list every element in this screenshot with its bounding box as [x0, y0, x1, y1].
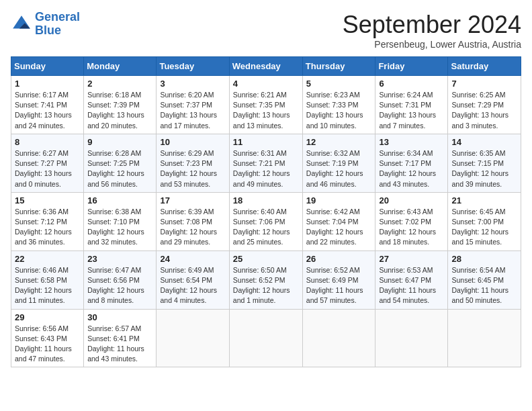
location-subtitle: Persenbeug, Lower Austria, Austria [343, 39, 521, 50]
day-info: Sunrise: 6:28 AM Sunset: 7:25 PM Dayligh… [87, 148, 152, 189]
day-number: 3 [160, 79, 225, 89]
day-number: 17 [160, 195, 225, 205]
day-number: 23 [87, 254, 152, 264]
calendar-cell: 1 Sunrise: 6:17 AM Sunset: 7:41 PM Dayli… [11, 76, 84, 134]
calendar-cell [229, 309, 302, 367]
day-info: Sunrise: 6:25 AM Sunset: 7:29 PM Dayligh… [451, 90, 517, 131]
day-number: 1 [15, 79, 80, 89]
day-number: 25 [233, 254, 299, 264]
calendar-cell: 28 Sunrise: 6:54 AM Sunset: 6:45 PM Dayl… [448, 250, 521, 309]
day-info: Sunrise: 6:42 AM Sunset: 7:04 PM Dayligh… [306, 207, 372, 248]
day-header: Thursday [302, 57, 375, 76]
day-info: Sunrise: 6:17 AM Sunset: 7:41 PM Dayligh… [15, 90, 80, 131]
day-number: 26 [306, 254, 372, 264]
calendar-cell: 11 Sunrise: 6:31 AM Sunset: 7:21 PM Dayl… [229, 134, 302, 192]
calendar-cell: 5 Sunrise: 6:23 AM Sunset: 7:33 PM Dayli… [302, 76, 375, 134]
day-info: Sunrise: 6:27 AM Sunset: 7:27 PM Dayligh… [15, 148, 80, 189]
day-number: 24 [160, 254, 225, 264]
day-info: Sunrise: 6:38 AM Sunset: 7:10 PM Dayligh… [87, 207, 152, 248]
day-number: 21 [451, 195, 517, 205]
day-number: 22 [15, 254, 80, 264]
calendar-cell [375, 309, 448, 367]
day-info: Sunrise: 6:53 AM Sunset: 6:47 PM Dayligh… [379, 265, 444, 306]
day-number: 12 [306, 137, 372, 147]
logo-icon [11, 13, 32, 35]
calendar-cell: 6 Sunrise: 6:24 AM Sunset: 7:31 PM Dayli… [375, 76, 448, 134]
day-info: Sunrise: 6:23 AM Sunset: 7:33 PM Dayligh… [306, 90, 372, 131]
day-info: Sunrise: 6:35 AM Sunset: 7:15 PM Dayligh… [451, 148, 517, 189]
calendar-cell: 20 Sunrise: 6:43 AM Sunset: 7:02 PM Dayl… [375, 192, 448, 250]
calendar-cell: 19 Sunrise: 6:42 AM Sunset: 7:04 PM Dayl… [302, 192, 375, 250]
calendar-cell [302, 309, 375, 367]
day-info: Sunrise: 6:24 AM Sunset: 7:31 PM Dayligh… [379, 90, 444, 131]
day-number: 16 [87, 195, 152, 205]
calendar-cell: 17 Sunrise: 6:39 AM Sunset: 7:08 PM Dayl… [157, 192, 229, 250]
day-number: 27 [379, 254, 444, 264]
day-info: Sunrise: 6:57 AM Sunset: 6:41 PM Dayligh… [87, 324, 152, 365]
day-header: Friday [375, 57, 448, 76]
day-info: Sunrise: 6:20 AM Sunset: 7:37 PM Dayligh… [160, 90, 225, 131]
calendar-cell: 30 Sunrise: 6:57 AM Sunset: 6:41 PM Dayl… [84, 309, 157, 367]
calendar-cell: 18 Sunrise: 6:40 AM Sunset: 7:06 PM Dayl… [229, 192, 302, 250]
day-info: Sunrise: 6:46 AM Sunset: 6:58 PM Dayligh… [15, 265, 80, 306]
day-number: 18 [233, 195, 299, 205]
day-header: Tuesday [157, 57, 229, 76]
day-info: Sunrise: 6:32 AM Sunset: 7:19 PM Dayligh… [306, 148, 372, 189]
day-number: 15 [15, 195, 80, 205]
logo: General Blue [11, 11, 80, 38]
calendar-cell: 15 Sunrise: 6:36 AM Sunset: 7:12 PM Dayl… [11, 192, 84, 250]
calendar-cell: 24 Sunrise: 6:49 AM Sunset: 6:54 PM Dayl… [157, 250, 229, 309]
month-title: September 2024 [343, 11, 521, 39]
calendar-cell: 7 Sunrise: 6:25 AM Sunset: 7:29 PM Dayli… [448, 76, 521, 134]
calendar-cell: 3 Sunrise: 6:20 AM Sunset: 7:37 PM Dayli… [157, 76, 229, 134]
day-number: 29 [15, 312, 80, 322]
calendar-cell [157, 309, 229, 367]
day-number: 13 [379, 137, 444, 147]
day-info: Sunrise: 6:54 AM Sunset: 6:45 PM Dayligh… [451, 265, 517, 306]
calendar-cell [448, 309, 521, 367]
day-number: 9 [87, 137, 152, 147]
day-number: 7 [451, 79, 517, 89]
calendar-cell: 10 Sunrise: 6:29 AM Sunset: 7:23 PM Dayl… [157, 134, 229, 192]
calendar-cell: 23 Sunrise: 6:47 AM Sunset: 6:56 PM Dayl… [84, 250, 157, 309]
day-header: Saturday [448, 57, 521, 76]
day-info: Sunrise: 6:21 AM Sunset: 7:35 PM Dayligh… [233, 90, 299, 131]
day-number: 30 [87, 312, 152, 322]
day-info: Sunrise: 6:40 AM Sunset: 7:06 PM Dayligh… [233, 207, 299, 248]
day-number: 2 [87, 79, 152, 89]
calendar-cell: 27 Sunrise: 6:53 AM Sunset: 6:47 PM Dayl… [375, 250, 448, 309]
day-info: Sunrise: 6:43 AM Sunset: 7:02 PM Dayligh… [379, 207, 444, 248]
title-block: September 2024 Persenbeug, Lower Austria… [343, 11, 521, 50]
day-info: Sunrise: 6:18 AM Sunset: 7:39 PM Dayligh… [87, 90, 152, 131]
day-info: Sunrise: 6:39 AM Sunset: 7:08 PM Dayligh… [160, 207, 225, 248]
day-header: Wednesday [229, 57, 302, 76]
calendar-cell: 29 Sunrise: 6:56 AM Sunset: 6:43 PM Dayl… [11, 309, 84, 367]
page-header: General Blue September 2024 Persenbeug, … [11, 11, 521, 50]
calendar-cell: 2 Sunrise: 6:18 AM Sunset: 7:39 PM Dayli… [84, 76, 157, 134]
calendar-cell: 21 Sunrise: 6:45 AM Sunset: 7:00 PM Dayl… [448, 192, 521, 250]
day-header: Monday [84, 57, 157, 76]
calendar-cell: 8 Sunrise: 6:27 AM Sunset: 7:27 PM Dayli… [11, 134, 84, 192]
calendar-cell: 16 Sunrise: 6:38 AM Sunset: 7:10 PM Dayl… [84, 192, 157, 250]
day-info: Sunrise: 6:36 AM Sunset: 7:12 PM Dayligh… [15, 207, 80, 248]
day-info: Sunrise: 6:29 AM Sunset: 7:23 PM Dayligh… [160, 148, 225, 189]
calendar-cell: 9 Sunrise: 6:28 AM Sunset: 7:25 PM Dayli… [84, 134, 157, 192]
day-number: 19 [306, 195, 372, 205]
calendar-cell: 14 Sunrise: 6:35 AM Sunset: 7:15 PM Dayl… [448, 134, 521, 192]
calendar-cell: 12 Sunrise: 6:32 AM Sunset: 7:19 PM Dayl… [302, 134, 375, 192]
day-number: 28 [451, 254, 517, 264]
day-number: 14 [451, 137, 517, 147]
day-number: 20 [379, 195, 444, 205]
day-info: Sunrise: 6:49 AM Sunset: 6:54 PM Dayligh… [160, 265, 225, 306]
day-number: 6 [379, 79, 444, 89]
day-info: Sunrise: 6:34 AM Sunset: 7:17 PM Dayligh… [379, 148, 444, 189]
day-number: 4 [233, 79, 299, 89]
calendar-cell: 4 Sunrise: 6:21 AM Sunset: 7:35 PM Dayli… [229, 76, 302, 134]
day-info: Sunrise: 6:52 AM Sunset: 6:49 PM Dayligh… [306, 265, 372, 306]
calendar-cell: 13 Sunrise: 6:34 AM Sunset: 7:17 PM Dayl… [375, 134, 448, 192]
calendar-table: SundayMondayTuesdayWednesdayThursdayFrid… [11, 56, 521, 367]
day-info: Sunrise: 6:56 AM Sunset: 6:43 PM Dayligh… [15, 324, 80, 365]
day-header: Sunday [11, 57, 84, 76]
logo-text: General Blue [35, 11, 80, 38]
day-number: 8 [15, 137, 80, 147]
